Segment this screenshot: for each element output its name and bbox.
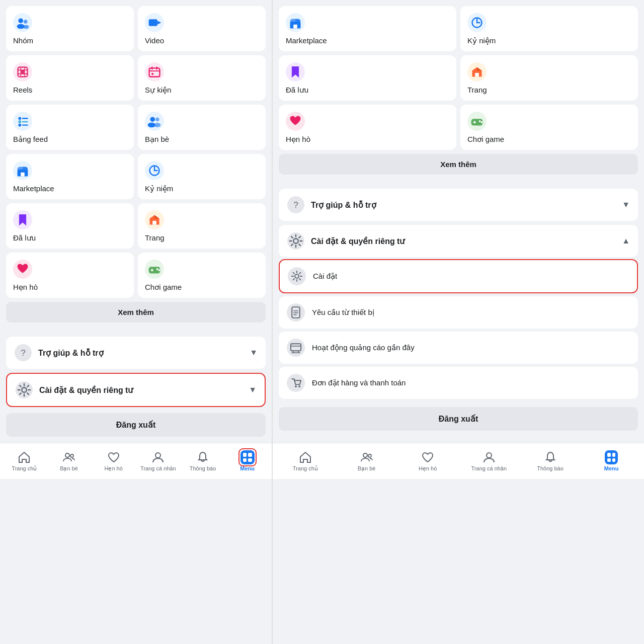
help-collapse-right[interactable]: ? Trợ giúp & hỗ trợ ▼: [279, 189, 638, 221]
grid-item-choi-game-right[interactable]: Chơi game: [460, 105, 638, 150]
nav-profile-right[interactable]: Trang cá nhân: [458, 448, 520, 474]
svg-point-30: [155, 117, 159, 121]
right-grid: Marketplace Kỷ niệm: [279, 6, 638, 150]
grid-item-video[interactable]: Video: [138, 6, 266, 51]
nav-notifications-right[interactable]: Thông báo: [520, 448, 581, 474]
right-panel: Marketplace Kỷ niệm: [273, 0, 644, 644]
left-grid: Nhóm Video: [6, 6, 266, 298]
grid-item-trang-left[interactable]: Trang: [138, 203, 266, 249]
nav-friends-left[interactable]: Bạn bè: [47, 448, 92, 475]
grid-item-da-luu-right-label: Đã lưu: [286, 86, 308, 95]
grid-item-hen-ho-right[interactable]: Hẹn hò: [279, 105, 456, 150]
grid-item-reels[interactable]: Reels: [6, 55, 134, 101]
grid-item-da-luu-left[interactable]: Đã lưu: [6, 203, 134, 249]
logout-button-right[interactable]: Đăng xuất: [279, 407, 638, 431]
nav-profile-left[interactable]: Trang cá nhân: [136, 448, 181, 474]
left-settings-section: Cài đặt & quyền riêng tư ▼: [0, 373, 272, 407]
nav-dating-left-label: Hẹn hò: [105, 465, 123, 472]
svg-point-0: [13, 13, 32, 32]
svg-point-1: [18, 18, 23, 23]
svg-rect-42: [152, 221, 156, 225]
svg-rect-20: [151, 73, 153, 75]
see-more-button-left[interactable]: Xem thêm: [6, 302, 266, 323]
sub-item-cai-dat[interactable]: Cài đặt: [279, 259, 638, 293]
grid-item-ban-be[interactable]: Bạn bè: [138, 105, 266, 150]
pages-icon-right: [467, 62, 487, 82]
grid-item-bang-feed[interactable]: Bảng feed: [6, 105, 134, 150]
grid-item-da-luu-right[interactable]: Đã lưu: [279, 55, 456, 101]
cai-dat-icon: [288, 267, 306, 285]
svg-point-24: [18, 120, 21, 123]
sub-item-yeu-cau[interactable]: Yêu cầu từ thiết bị: [279, 296, 638, 329]
home-icon-left: [18, 451, 31, 464]
svg-text:?: ?: [21, 348, 25, 358]
grid-item-marketplace-left-label: Marketplace: [13, 184, 54, 193]
sub-item-hoat-dong[interactable]: Hoạt động quảng cáo gần đây: [279, 332, 638, 364]
nav-menu-left-label: Menu: [240, 465, 255, 471]
svg-point-28: [145, 112, 164, 131]
bell-icon-nav-left: [196, 451, 209, 464]
left-panel: Nhóm Video: [0, 0, 272, 644]
see-more-button-right[interactable]: Xem thêm: [279, 154, 638, 175]
svg-rect-59: [293, 25, 297, 29]
feed-icon: [13, 112, 32, 131]
svg-point-2: [24, 20, 28, 24]
memories-icon-right: [467, 13, 487, 32]
grid-item-nhom[interactable]: Nhóm: [6, 6, 134, 51]
friends-icon-grid-left: [145, 112, 164, 131]
settings-label-right: Cài đặt & quyền riêng tư: [311, 236, 405, 246]
help-collapse-left-inner: ? Trợ giúp & hỗ trợ: [14, 344, 104, 362]
grid-item-ky-niem-right-label: Kỷ niệm: [467, 36, 496, 45]
grid-item-choi-game-right-label: Chơi game: [467, 135, 504, 144]
sub-item-don-hang[interactable]: Đơn đặt hàng và thanh toán: [279, 367, 638, 399]
nav-dating-left[interactable]: Hẹn hò: [91, 448, 136, 475]
help-label-right: Trợ giúp & hỗ trợ: [311, 200, 376, 210]
grid-item-ky-niem-right[interactable]: Kỷ niệm: [460, 6, 638, 51]
grid-item-su-kien[interactable]: Sự kiện: [138, 55, 266, 101]
grid-item-choi-game-left[interactable]: Chơi game: [138, 253, 266, 298]
logout-button-left[interactable]: Đăng xuất: [6, 413, 266, 437]
nav-notifications-right-label: Thông báo: [537, 465, 564, 471]
marketplace-icon-right: [286, 13, 305, 32]
left-grid-section: Nhóm Video: [0, 0, 272, 323]
svg-point-4: [23, 25, 29, 29]
settings-collapse-left[interactable]: Cài đặt & quyền riêng tư ▼: [6, 373, 266, 407]
grid-item-marketplace-left[interactable]: Marketplace: [6, 154, 134, 199]
video-icon: [145, 13, 164, 32]
nav-menu-right[interactable]: Menu: [581, 448, 642, 474]
profile-icon-nav-right: [482, 451, 496, 464]
grid-item-nhom-label: Nhóm: [13, 36, 33, 45]
grid-item-bang-feed-label: Bảng feed: [13, 135, 48, 144]
home-icon-right: [299, 451, 312, 464]
groups-icon: [13, 13, 32, 32]
settings-icon-right: [287, 232, 305, 250]
settings-sub-list: Cài đặt Yêu cầu từ thiết bị: [273, 259, 644, 399]
nav-home-right[interactable]: Trang chủ: [275, 448, 336, 475]
grid-item-ky-niem-left[interactable]: Kỷ niệm: [138, 154, 266, 199]
svg-rect-35: [21, 173, 25, 177]
nav-dating-right[interactable]: Hẹn hò: [397, 448, 458, 475]
bottom-nav-right: Trang chủ Bạn bè Hẹn hò: [273, 443, 644, 479]
grid-item-marketplace-right[interactable]: Marketplace: [279, 6, 456, 51]
grid-item-hen-ho-left-label: Hẹn hò: [13, 283, 38, 292]
grid-item-trang-right[interactable]: Trang: [460, 55, 638, 101]
sub-item-yeu-cau-label: Yêu cầu từ thiết bị: [312, 308, 374, 317]
svg-point-92: [487, 453, 492, 458]
grid-item-trang-left-label: Trang: [145, 233, 165, 242]
svg-point-26: [18, 124, 21, 127]
nav-notifications-left[interactable]: Thông báo: [181, 448, 225, 474]
nav-profile-left-label: Trang cá nhân: [140, 465, 176, 471]
settings-collapse-right[interactable]: Cài đặt & quyền riêng tư ▲: [279, 225, 638, 257]
nav-friends-right[interactable]: Bạn bè: [336, 448, 397, 475]
grid-item-hen-ho-left[interactable]: Hẹn hò: [6, 253, 134, 298]
help-collapse-left[interactable]: ? Trợ giúp & hỗ trợ ▼: [6, 337, 266, 369]
svg-point-71: [481, 121, 483, 123]
nav-dating-right-label: Hẹn hò: [419, 465, 437, 472]
svg-point-91: [368, 454, 371, 457]
grid-item-choi-game-left-label: Chơi game: [145, 283, 182, 292]
nav-home-left[interactable]: Trang chủ: [2, 448, 47, 475]
right-settings-section: Cài đặt & quyền riêng tư ▲: [273, 225, 644, 257]
grid-item-ban-be-label: Bạn bè: [145, 135, 169, 144]
help-icon-right: ?: [287, 196, 305, 214]
nav-menu-left[interactable]: Menu: [225, 448, 270, 474]
